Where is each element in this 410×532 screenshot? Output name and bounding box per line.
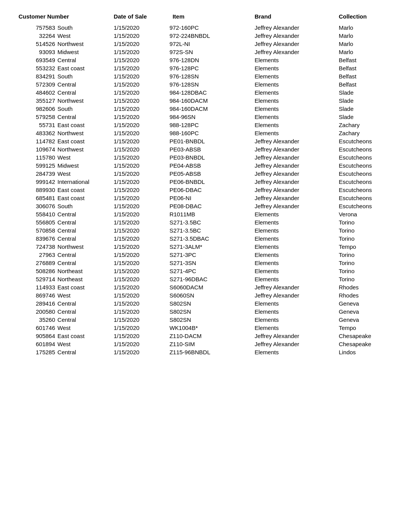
table-row: 757583South1/15/2020972-160PCJeffrey Ale…	[15, 24, 395, 32]
table-row: 693549Central1/15/2020976-128DNElementsB…	[15, 56, 395, 64]
item: PE05-ABSB	[169, 170, 235, 178]
date-of-sale: 1/15/2020	[110, 72, 169, 80]
customer-number: 834291	[15, 72, 56, 80]
customer-number: 553232	[15, 64, 56, 72]
brand: Jeffrey Alexander	[235, 186, 335, 194]
collection: Torino	[335, 235, 395, 243]
item: 972S-SN	[169, 48, 235, 56]
brand: Jeffrey Alexander	[235, 48, 335, 56]
table-row: 284739West1/15/2020PE05-ABSBJeffrey Alex…	[15, 170, 395, 178]
brand: Jeffrey Alexander	[235, 137, 335, 145]
customer-number: 570858	[15, 226, 56, 235]
customer-region: Northwest	[56, 40, 111, 48]
brand: Elements	[235, 218, 335, 226]
brand: Jeffrey Alexander	[235, 178, 335, 186]
customer-number: 175285	[15, 348, 56, 356]
brand: Jeffrey Alexander	[235, 170, 335, 178]
customer-number: 276889	[15, 259, 56, 267]
table-row: 556805Central1/15/2020S271-3.5BCElements…	[15, 218, 395, 226]
customer-region: Northwest	[56, 129, 111, 137]
customer-number: 889930	[15, 186, 56, 194]
collection: Torino	[335, 275, 395, 283]
item: PE06-NI	[169, 194, 235, 202]
brand: Jeffrey Alexander	[235, 283, 335, 291]
date-of-sale: 1/15/2020	[110, 202, 169, 210]
date-of-sale: 1/15/2020	[110, 88, 169, 97]
customer-region: Central	[56, 316, 111, 324]
item: 976-128DN	[169, 56, 235, 64]
customer-region: Central	[56, 226, 111, 235]
date-of-sale: 1/15/2020	[110, 64, 169, 72]
item: 984-96SN	[169, 113, 235, 121]
collection: Belfast	[335, 64, 395, 72]
table-row: 685481East coast1/15/2020PE06-NIJeffrey …	[15, 194, 395, 202]
item: S271-4PC	[169, 267, 235, 275]
customer-number: 355127	[15, 97, 56, 105]
brand: Jeffrey Alexander	[235, 340, 335, 348]
customer-region: Midwest	[56, 48, 111, 56]
table-row: 175285Central1/15/2020Z115-96BNBDLElemen…	[15, 348, 395, 356]
collection: Geneva	[335, 316, 395, 324]
customer-number: 685481	[15, 194, 56, 202]
customer-number: 869746	[15, 291, 56, 299]
customer-number: 579258	[15, 113, 56, 121]
collection: Rhodes	[335, 291, 395, 299]
customer-region: East coast	[56, 64, 111, 72]
date-of-sale: 1/15/2020	[110, 170, 169, 178]
date-of-sale: 1/15/2020	[110, 32, 169, 40]
collection: Torino	[335, 226, 395, 235]
customer-number: 556805	[15, 218, 56, 226]
collection: Marlo	[335, 32, 395, 40]
item: 988-128PC	[169, 121, 235, 129]
date-of-sale: 1/15/2020	[110, 113, 169, 121]
customer-region: Central	[56, 251, 111, 259]
table-row: 570858Central1/15/2020S271-3.5BCElements…	[15, 226, 395, 235]
date-of-sale: 1/15/2020	[110, 153, 169, 161]
table-row: 601746West1/15/2020WK1004B*ElementsTempo	[15, 324, 395, 332]
collection: Escutcheons	[335, 153, 395, 161]
table-row: 601894West1/15/2020Z110-SIMJeffrey Alexa…	[15, 340, 395, 348]
customer-region: West	[56, 153, 111, 161]
date-of-sale: 1/15/2020	[110, 97, 169, 105]
date-of-sale: 1/15/2020	[110, 194, 169, 202]
brand: Elements	[235, 121, 335, 129]
customer-number: 572309	[15, 80, 56, 88]
header-brand: Brand	[235, 12, 335, 24]
table-row: 982606South1/15/2020984-160DACMElementsS…	[15, 105, 395, 113]
item: 972L-NI	[169, 40, 235, 48]
table-row: 55731East coast1/15/2020988-128PCElement…	[15, 121, 395, 129]
collection: Marlo	[335, 48, 395, 56]
collection: Escutcheons	[335, 170, 395, 178]
date-of-sale: 1/15/2020	[110, 137, 169, 145]
item: Z110-SIM	[169, 340, 235, 348]
customer-number: 114933	[15, 283, 56, 291]
customer-region: South	[56, 202, 111, 210]
table-row: 508286Northeast1/15/2020S271-4PCElements…	[15, 267, 395, 275]
customer-region: Northwest	[56, 97, 111, 105]
customer-number: 905864	[15, 332, 56, 340]
collection: Chesapeake	[335, 332, 395, 340]
customer-region: Northeast	[56, 267, 111, 275]
collection: Torino	[335, 218, 395, 226]
date-of-sale: 1/15/2020	[110, 308, 169, 316]
collection: Slade	[335, 88, 395, 97]
customer-number: 284739	[15, 170, 56, 178]
table-row: 529714Northeast1/15/2020S271-96DBACEleme…	[15, 275, 395, 283]
brand: Elements	[235, 324, 335, 332]
brand: Elements	[235, 64, 335, 72]
collection: Marlo	[335, 40, 395, 48]
item: 972-224BNBDL	[169, 32, 235, 40]
customer-region: Midwest	[56, 161, 111, 170]
collection: Slade	[335, 113, 395, 121]
date-of-sale: 1/15/2020	[110, 332, 169, 340]
table-row: 355127Northwest1/15/2020984-160DACMEleme…	[15, 97, 395, 105]
collection: Escutcheons	[335, 194, 395, 202]
customer-number: 484602	[15, 88, 56, 97]
date-of-sale: 1/15/2020	[110, 218, 169, 226]
item: Z115-96BNBDL	[169, 348, 235, 356]
date-of-sale: 1/15/2020	[110, 291, 169, 299]
table-row: 999142International1/15/2020PE06-BNBDLJe…	[15, 178, 395, 186]
brand: Jeffrey Alexander	[235, 194, 335, 202]
item: 976-128SN	[169, 80, 235, 88]
customer-region: South	[56, 24, 111, 32]
